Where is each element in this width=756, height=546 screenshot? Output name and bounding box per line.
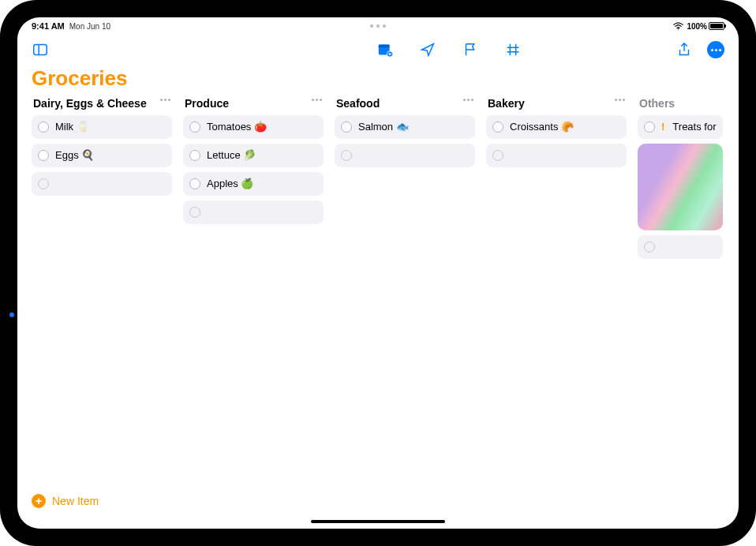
ipad-frame: 9:41 AM Mon Jun 10 100% <box>0 0 756 546</box>
tag-button[interactable] <box>504 41 522 58</box>
checkbox-icon[interactable] <box>38 122 49 133</box>
svg-rect-4 <box>379 45 390 48</box>
reminder-label: Milk 🥛 <box>55 121 89 133</box>
new-reminder-placeholder[interactable] <box>638 235 723 259</box>
toolbar <box>17 33 739 66</box>
column-more-button[interactable] <box>463 97 473 101</box>
home-indicator[interactable] <box>311 520 445 523</box>
new-reminder-placeholder[interactable] <box>183 200 324 224</box>
new-item-label: New Item <box>52 495 99 507</box>
reminder-label: Salmon 🐟 <box>358 121 409 133</box>
reminder-label: Lettuce 🥬 <box>207 149 256 161</box>
checkbox-icon[interactable] <box>492 122 503 133</box>
column-title[interactable]: Produce <box>185 97 229 110</box>
calendar-add-button[interactable] <box>376 41 394 58</box>
screen: 9:41 AM Mon Jun 10 100% <box>17 17 739 529</box>
reminder-label: Croissants 🥐 <box>510 121 574 133</box>
checkbox-icon[interactable] <box>189 150 200 161</box>
location-button[interactable] <box>419 41 436 58</box>
reminder-label: Eggs 🍳 <box>55 149 94 161</box>
reminder-label: Apples 🍏 <box>207 178 253 189</box>
side-indicator <box>9 312 14 317</box>
column-more-button[interactable] <box>615 97 625 101</box>
more-button[interactable] <box>707 41 724 58</box>
reminder-item[interactable]: Croissants 🥐 <box>486 115 627 139</box>
new-reminder-placeholder[interactable] <box>335 144 475 167</box>
reminder-item[interactable]: Lettuce 🥬 <box>183 144 324 167</box>
reminder-item[interactable]: Milk 🥛 <box>32 115 172 139</box>
priority-flag: ! <box>661 121 664 133</box>
checkbox-icon[interactable] <box>189 178 200 189</box>
column-title[interactable]: Others <box>639 97 675 110</box>
checkbox-icon <box>492 150 503 161</box>
wifi-icon <box>673 22 683 30</box>
column-title[interactable]: Seafood <box>336 97 380 110</box>
multitask-button[interactable] <box>370 24 386 28</box>
column-more-button[interactable] <box>312 97 322 101</box>
reminder-item[interactable]: Eggs 🍳 <box>32 144 172 167</box>
column-title[interactable]: Bakery <box>488 97 525 110</box>
column-title[interactable]: Dairy, Eggs & Cheese <box>33 97 147 110</box>
list-title: Groceries <box>17 66 739 97</box>
reminder-label: Treats for <box>672 121 716 133</box>
column-others: Others ! Treats for <box>638 97 723 264</box>
status-date: Mon Jun 10 <box>69 22 110 31</box>
checkbox-icon[interactable] <box>341 122 352 133</box>
checkbox-icon <box>38 178 49 189</box>
column-more-button[interactable] <box>160 97 170 101</box>
reminder-image-thumb[interactable] <box>638 144 723 230</box>
battery-indicator: 100% <box>687 22 724 31</box>
new-item-button[interactable]: + New Item <box>32 494 99 508</box>
reminder-label: Tomatoes 🍅 <box>207 121 267 133</box>
reminder-item[interactable]: ! Treats for <box>638 115 723 139</box>
new-reminder-placeholder[interactable] <box>32 172 172 196</box>
svg-point-0 <box>678 28 679 30</box>
sidebar-toggle-button[interactable] <box>32 41 49 58</box>
checkbox-icon <box>189 207 200 218</box>
plus-icon: + <box>32 494 46 508</box>
column-view: Dairy, Eggs & Cheese Milk 🥛 Eggs 🍳 Produ… <box>17 97 739 264</box>
checkbox-icon <box>341 150 352 161</box>
new-reminder-placeholder[interactable] <box>486 144 627 167</box>
column-seafood: Seafood Salmon 🐟 <box>335 97 475 172</box>
column-dairy: Dairy, Eggs & Cheese Milk 🥛 Eggs 🍳 <box>32 97 172 200</box>
checkbox-icon <box>644 241 655 252</box>
share-button[interactable] <box>676 41 693 58</box>
status-time: 9:41 AM <box>32 21 65 31</box>
checkbox-icon[interactable] <box>189 122 200 133</box>
column-bakery: Bakery Croissants 🥐 <box>486 97 627 172</box>
reminder-item[interactable]: Tomatoes 🍅 <box>183 115 324 139</box>
reminder-item[interactable]: Apples 🍏 <box>183 172 324 196</box>
checkbox-icon[interactable] <box>38 150 49 161</box>
checkbox-icon[interactable] <box>644 122 655 133</box>
column-produce: Produce Tomatoes 🍅 Lettuce 🥬 Apples 🍏 <box>183 97 324 229</box>
battery-percent: 100% <box>687 22 707 31</box>
reminder-item[interactable]: Salmon 🐟 <box>335 115 475 139</box>
svg-rect-1 <box>34 45 47 55</box>
flag-button[interactable] <box>462 41 479 58</box>
